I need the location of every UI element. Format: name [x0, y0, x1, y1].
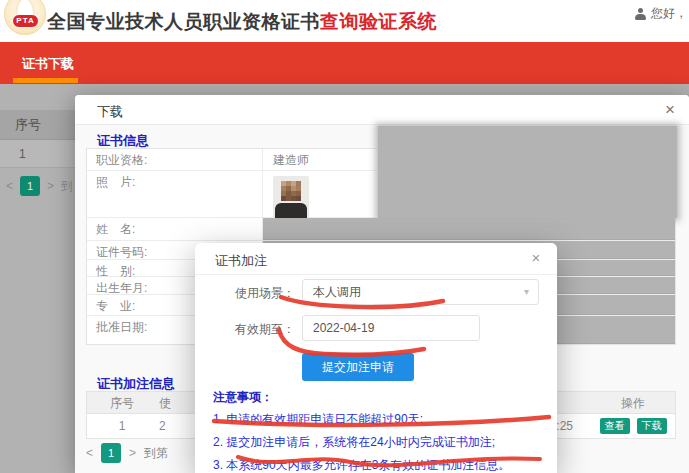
- page-title-main: 全国专业技术人员职业资格证书: [47, 11, 320, 32]
- page-number-button[interactable]: 1: [101, 443, 121, 463]
- field-label: 姓 名:: [87, 218, 263, 240]
- prev-page-icon[interactable]: <: [86, 446, 93, 460]
- col-action-header: 操作: [591, 392, 675, 413]
- page: 序号 1 < 1 > 到第 PTA 全国专业技术人员职业资格证书查询验证系统 您…: [0, 0, 689, 473]
- photo-face-pixelated: [281, 181, 286, 186]
- chevron-down-icon: ▾: [524, 280, 529, 304]
- user-greeting-text: 您好，: [651, 5, 687, 22]
- download-modal-title: 下载: [97, 103, 123, 121]
- page-title-accent: 查询验证系统: [320, 11, 437, 32]
- scene-label: 使用场景：: [235, 285, 295, 302]
- download-modal-titlebar: 下载 ×: [75, 95, 689, 125]
- close-icon[interactable]: ×: [527, 249, 545, 266]
- row-middle-right-fragment: :25: [556, 414, 573, 438]
- col-middle-header-fragment: 使: [159, 392, 171, 414]
- note-line-1: 1. 申请的有效期距申请日不能超过90天;: [213, 411, 543, 428]
- background-table-seq-header: 序号: [0, 110, 76, 140]
- note-line-2: 2. 提交加注申请后，系统将在24小时内完成证书加注;: [213, 434, 543, 451]
- next-page-icon[interactable]: >: [129, 446, 136, 460]
- user-greeting[interactable]: 您好，: [634, 5, 687, 22]
- row-middle-left-fragment: 2: [159, 414, 166, 438]
- col-seq-header: 序号: [87, 392, 157, 413]
- next-page-icon[interactable]: >: [47, 179, 54, 193]
- user-icon: [634, 8, 647, 20]
- goto-page-label: 到第: [144, 445, 168, 462]
- page-title: 全国专业技术人员职业资格证书查询验证系统: [47, 9, 437, 35]
- privacy-redaction-block: [378, 126, 677, 218]
- annotate-modal: 证书加注 × 使用场景： 本人调用 ▾ 有效期至： 2022-04-19 提交加…: [195, 243, 557, 473]
- row-seq: 1: [87, 414, 157, 438]
- expiry-label: 有效期至：: [235, 321, 295, 338]
- scene-selected-value: 本人调用: [313, 285, 361, 299]
- site-header: PTA 全国专业技术人员职业资格证书查询验证系统 您好，: [0, 0, 689, 42]
- field-label: 职业资格:: [87, 149, 263, 170]
- annotation-table-pagination: < 1 > 到第: [86, 443, 168, 463]
- goto-page-label-fragment: 到第: [61, 178, 72, 195]
- notes-heading: 注意事项：: [213, 389, 543, 406]
- certificate-photo: [273, 176, 309, 222]
- row-actions: 查看 下载: [591, 414, 675, 438]
- tab-certificate-download[interactable]: 证书下载: [22, 55, 74, 73]
- annotate-modal-titlebar: 证书加注 ×: [195, 243, 557, 275]
- pta-logo: PTA: [4, 0, 46, 35]
- submit-annotation-button[interactable]: 提交加注申请: [302, 353, 414, 381]
- annotate-modal-title: 证书加注: [215, 252, 267, 270]
- page-number-button[interactable]: 1: [20, 176, 40, 196]
- prev-page-icon[interactable]: <: [6, 179, 13, 193]
- redacted-value: [263, 218, 675, 240]
- background-table-row: 1: [0, 140, 76, 168]
- download-button[interactable]: 下载: [637, 418, 667, 434]
- scene-select[interactable]: 本人调用 ▾: [302, 279, 539, 305]
- background-pagination: < 1 > 到第: [6, 176, 72, 196]
- field-label: 照 片:: [87, 171, 263, 217]
- active-tab-indicator: [13, 78, 78, 83]
- pta-logo-text: PTA: [12, 14, 39, 28]
- main-navbar: 证书下载: [0, 42, 689, 84]
- notes-section: 注意事项： 1. 申请的有效期距申请日不能超过90天; 2. 提交加注申请后，系…: [213, 389, 543, 473]
- view-button[interactable]: 查看: [600, 418, 630, 434]
- note-line-3: 3. 本系统90天内最多允许存在3条有效的证书加注信息。: [213, 457, 543, 473]
- table-row: 姓 名:: [87, 218, 675, 241]
- expiry-date-input[interactable]: 2022-04-19: [302, 315, 480, 341]
- close-icon[interactable]: ×: [661, 100, 679, 120]
